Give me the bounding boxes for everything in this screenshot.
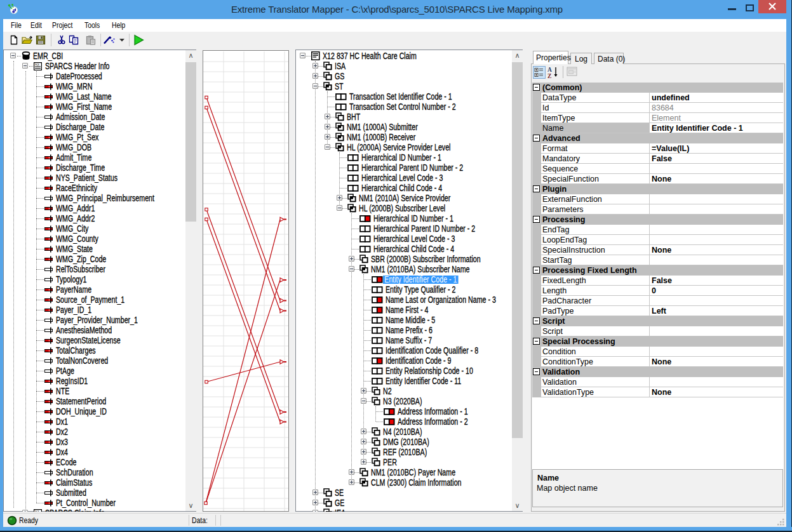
svg-text:A: A [547, 67, 552, 73]
svg-text:Z: Z [547, 73, 551, 79]
svg-text:SQL: SQL [35, 63, 40, 66]
svg-text:SQL: SQL [35, 510, 40, 512]
